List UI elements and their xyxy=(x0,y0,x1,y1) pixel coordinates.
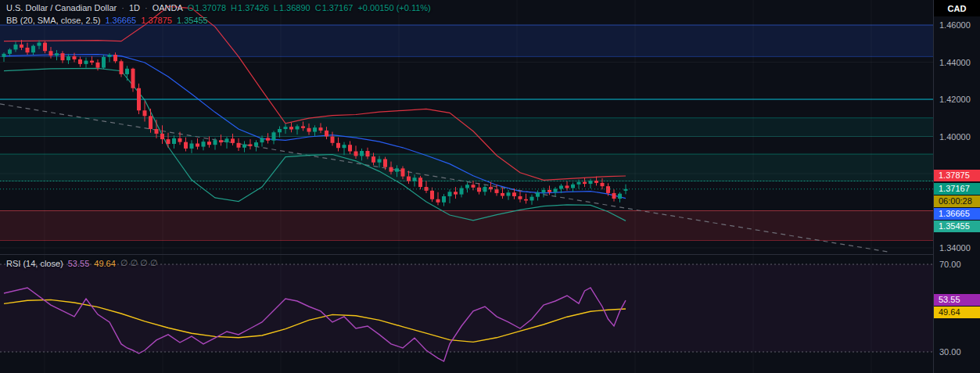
candle-body xyxy=(249,144,253,145)
rsi-pane-layer xyxy=(0,264,933,361)
price-tick: 1.42000 xyxy=(939,95,971,104)
legend-separator: · xyxy=(145,3,148,13)
price-axis[interactable]: 1.460001.440001.420001.400001.3400070.00… xyxy=(933,0,980,373)
symbol-title[interactable]: U.S. Dollar / Canadian Dollar xyxy=(6,3,117,13)
candle-body xyxy=(372,156,375,163)
rsi-tick: 30.00 xyxy=(939,347,961,357)
price-tick: 1.34000 xyxy=(939,243,971,253)
candle-body xyxy=(214,140,217,145)
candle-body xyxy=(524,199,528,201)
bb-indicator-legend[interactable]: BB (20, SMA, close, 2.5) 1.36665 1.37875… xyxy=(6,16,208,25)
candle-body xyxy=(202,142,206,146)
candle-body xyxy=(49,51,53,56)
candle-body xyxy=(436,199,440,203)
interval-label[interactable]: 1D xyxy=(129,3,140,13)
candle-body xyxy=(348,145,352,151)
bar-countdown-badge: 06:00:28 xyxy=(934,195,980,207)
candle-body xyxy=(14,45,18,49)
candle-body xyxy=(618,194,622,199)
price-tick: 1.46000 xyxy=(939,20,971,30)
candle-body xyxy=(125,69,129,74)
candle-body xyxy=(184,142,188,149)
candle-body xyxy=(38,43,41,46)
candle-body xyxy=(8,49,12,53)
candle-body xyxy=(289,127,293,129)
candle-body xyxy=(325,131,328,137)
candle-body xyxy=(172,138,176,144)
candle-body xyxy=(73,56,77,59)
candle-body xyxy=(547,190,551,192)
candle-body xyxy=(354,152,358,156)
candle-body xyxy=(601,183,605,186)
bb-lower-badge: 1.35455 xyxy=(934,221,980,232)
bb-upper-badge: 1.37875 xyxy=(934,170,980,181)
candle-body xyxy=(331,137,335,143)
candle-body xyxy=(507,192,511,195)
candle-body xyxy=(489,187,493,189)
candle-body xyxy=(343,145,346,148)
candle-body xyxy=(418,178,422,187)
candle-body xyxy=(319,127,323,131)
chart-canvas[interactable] xyxy=(0,0,980,373)
pane-resize-handle[interactable] xyxy=(0,252,933,257)
candle-body xyxy=(160,134,164,139)
rsi-band-fill xyxy=(0,264,933,352)
candle-body xyxy=(2,54,6,57)
candle-body xyxy=(383,159,387,167)
candle-body xyxy=(571,185,575,188)
rsi-ma-badge: 49.64 xyxy=(934,307,980,318)
rsi-value: 53.55 xyxy=(68,259,90,268)
candle-body xyxy=(477,188,481,192)
quote-currency-box[interactable]: CAD xyxy=(933,0,980,16)
candle-body xyxy=(66,56,70,60)
candle-body xyxy=(108,55,112,57)
candle-body xyxy=(612,193,616,199)
candle-body xyxy=(606,186,610,193)
candle-body xyxy=(120,61,124,74)
candle-body xyxy=(559,185,563,188)
supply-zone-blue xyxy=(0,25,933,56)
candle-body xyxy=(237,143,241,148)
rsi-indicator-legend[interactable]: RSI (14, close) 53.55 49.64 ∅ ∅ ∅ ∅ xyxy=(6,258,157,268)
candle-body xyxy=(78,59,82,64)
candle-body xyxy=(336,143,340,148)
candle-body xyxy=(178,138,182,142)
candle-body xyxy=(272,132,276,140)
rsi-ma-value: 49.64 xyxy=(94,259,116,268)
bb-basis-value: 1.36665 xyxy=(105,16,136,25)
rsi-hidden-plots: ∅ ∅ ∅ ∅ xyxy=(120,258,158,268)
candle-body xyxy=(254,142,258,146)
candle-body xyxy=(207,142,211,145)
rsi-indicator-name[interactable]: RSI (14, close) xyxy=(6,259,63,268)
candle-body xyxy=(401,168,405,176)
candle-body xyxy=(389,167,393,172)
change-value: +0.00150 (+0.11%) xyxy=(357,3,430,13)
ohlc-open: O1.37078 xyxy=(188,3,226,13)
symbol-legend[interactable]: U.S. Dollar / Canadian Dollar · 1D · OAN… xyxy=(6,3,431,13)
candle-body xyxy=(266,138,270,140)
candle-body xyxy=(542,190,546,192)
candle-body xyxy=(20,45,23,48)
candle-body xyxy=(413,178,417,181)
candle-body xyxy=(284,127,288,129)
candle-body xyxy=(472,185,476,188)
candle-body xyxy=(90,61,94,63)
exchange-label[interactable]: OANDA xyxy=(153,3,183,13)
candle-body xyxy=(190,144,194,149)
bb-indicator-name[interactable]: BB (20, SMA, close, 2.5) xyxy=(6,16,100,25)
candle-body xyxy=(96,63,100,68)
candle-body xyxy=(260,138,264,142)
candle-body xyxy=(501,193,504,196)
price-tick: 1.40000 xyxy=(939,132,971,142)
candle-body xyxy=(149,116,153,129)
zone-green-mid xyxy=(0,154,933,181)
candle-body xyxy=(594,181,598,183)
candle-body xyxy=(137,88,141,111)
candle-body xyxy=(495,189,499,193)
candle-body xyxy=(242,144,246,147)
candle-body xyxy=(31,46,35,53)
candle-body xyxy=(430,191,434,199)
candle-body xyxy=(225,138,229,142)
candle-body xyxy=(512,192,516,196)
candle-body xyxy=(530,197,534,201)
